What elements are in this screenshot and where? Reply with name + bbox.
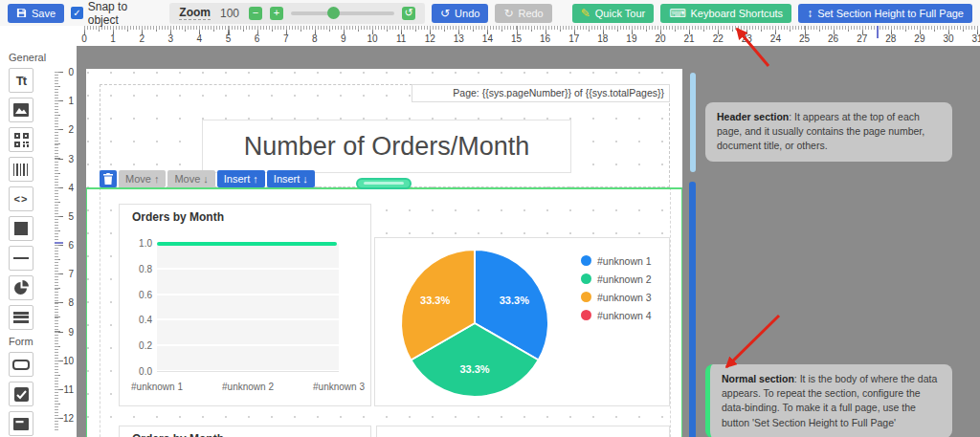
snap-to-object-label: Snap to object [88,0,160,27]
undo-button[interactable]: ↺ Undo [432,4,488,23]
header-section-indicator-bar [690,73,696,172]
legend-label: #unknown 4 [597,310,652,321]
redo-label: Redo [518,8,543,19]
section-left-border [86,187,87,437]
keyboard-shortcuts-button[interactable]: ⌨ Keyboard Shortcuts [660,4,791,23]
legend-label: #unknown 1 [597,255,652,267]
snap-to-object-toggle[interactable]: ✓ Snap to object [71,0,159,27]
ruler-number: 6 [255,33,260,44]
form-section-label: Form [0,336,55,347]
redo-button[interactable]: ↻ Redo [495,4,551,23]
main-toolbar: Save ✓ Snap to object Zoom 100 − + ↺ ↺ U… [0,0,980,26]
ruler-number: 28 [885,33,896,44]
chart-component-button[interactable] [9,275,33,300]
normal-section-tooltip: Normal section: It is the body of where … [705,364,952,437]
legend-color-dot [581,292,591,302]
pie-chart-icon [13,280,30,295]
image-component-button[interactable] [9,98,33,122]
right-margin-guide [670,187,671,437]
legend-item: #unknown 2 [581,270,652,288]
ruler-number: 1 [68,96,74,106]
delete-section-button[interactable] [100,170,117,187]
ruler-number: 12 [425,33,435,44]
ruler-number: 8 [312,33,318,44]
ruler-cursor-marker-v [55,242,63,244]
zoom-slider[interactable] [291,11,394,15]
section-right-border [681,187,682,437]
resize-vertical-icon: ↕ [807,8,813,19]
ruler-number: 4 [68,182,74,192]
bottom-right-widget[interactable] [376,426,670,437]
ruler-number: 27 [857,33,867,44]
ruler-number: 0 [81,33,87,44]
undo-label: Undo [455,8,479,19]
line-chart-widget[interactable]: Orders by Month 1.00.80.60.40.20.0#unkno… [119,204,371,406]
ruler-number: 1 [110,33,116,44]
table-icon [13,312,29,324]
ruler-number: 3 [68,153,74,164]
text-input-component-button[interactable] [9,352,33,377]
y-axis-tick-label: 1.0 [120,238,152,249]
bottom-chart-widget[interactable]: Orders by Month [119,426,371,437]
table-component-button[interactable] [9,305,33,330]
normal-section-indicator-bar [689,182,696,437]
combobox-component-button[interactable] [9,411,33,436]
x-axis-tick-label: #unknown 3 [313,382,365,392]
x-axis-tick-label: #unknown 1 [131,382,183,392]
set-section-height-button[interactable]: ↕ Set Section Height to Full Page [798,4,972,23]
image-icon [13,103,29,117]
zoom-out-button[interactable]: − [249,7,262,20]
insert-section-above-button[interactable]: Insert ↑ [217,170,265,187]
barcode-component-button[interactable] [9,157,33,182]
legend-item: #unknown 4 [581,306,652,324]
y-axis-tick-label: 0.8 [120,264,152,274]
text-icon: Tt [16,74,26,88]
insert-section-below-button[interactable]: Insert ↓ [267,170,315,187]
legend-color-dot [581,310,591,320]
keyboard-icon: ⌨ [669,8,685,19]
horizontal-ruler: 0123456789101112131415161718192021222324… [77,26,980,46]
page-number-field[interactable]: Page: {{sys.pageNumber}} of {{sys.totalP… [412,84,670,102]
header-tooltip-title: Header section [717,111,789,122]
report-title-field[interactable]: Number of Orders/Month [202,120,571,173]
zoom-reset-button[interactable]: ↺ [402,7,415,20]
zoom-in-button[interactable]: + [270,7,283,20]
design-canvas[interactable]: Page: {{sys.pageNumber}} of {{sys.totalP… [77,46,980,437]
ruler-number: 20 [655,33,665,44]
ruler-number: 23 [742,33,752,44]
line-component-button[interactable] [9,246,33,271]
ruler-number: 11 [64,383,74,394]
quick-tour-button[interactable]: ✎ Quick Tour [572,4,654,23]
move-section-up-button[interactable]: Move ↑ [119,170,166,187]
barcode-icon [13,164,29,176]
html-component-button[interactable]: <> [9,186,33,211]
qrcode-component-button[interactable] [9,127,33,152]
save-button[interactable]: Save [8,4,64,23]
checkbox-checked-icon[interactable]: ✓ [71,7,83,19]
ruler-number: 5 [226,33,232,44]
section-toolbar: Move ↑ Move ↓ Insert ↑ Insert ↓ [100,170,315,187]
text-component-button[interactable]: Tt [9,68,33,93]
pie-chart-graphic: 33.3%33.3%33.3% [398,247,551,400]
insert-down-label: Insert [274,173,301,185]
line-icon [13,257,29,259]
ruler-number: 30 [943,33,953,44]
ruler-number: 5 [68,210,74,221]
move-section-down-button[interactable]: Move ↓ [167,170,214,187]
save-icon [16,8,27,18]
legend-item: #unknown 1 [581,251,652,270]
pie-chart-widget[interactable]: #unknown 1#unknown 2#unknown 3#unknown 4… [374,237,670,406]
x-axis-tick-label: #unknown 2 [222,382,274,392]
y-axis-tick-label: 0.4 [120,315,152,325]
rectangle-component-button[interactable] [9,216,33,241]
qrcode-icon [14,133,29,147]
section-resize-handle[interactable] [356,178,412,189]
report-page[interactable]: Page: {{sys.pageNumber}} of {{sys.totalP… [86,69,682,437]
y-axis-tick-label: 0.0 [120,366,152,377]
zoom-slider-thumb[interactable] [327,7,340,19]
component-sidebar: General Tt <> Form [0,46,55,437]
move-down-label: Move [174,173,200,185]
checkbox-component-button[interactable] [9,382,33,406]
normal-tooltip-title: Normal section [722,373,794,384]
vertical-ruler: 0123456789101112 [55,46,77,437]
